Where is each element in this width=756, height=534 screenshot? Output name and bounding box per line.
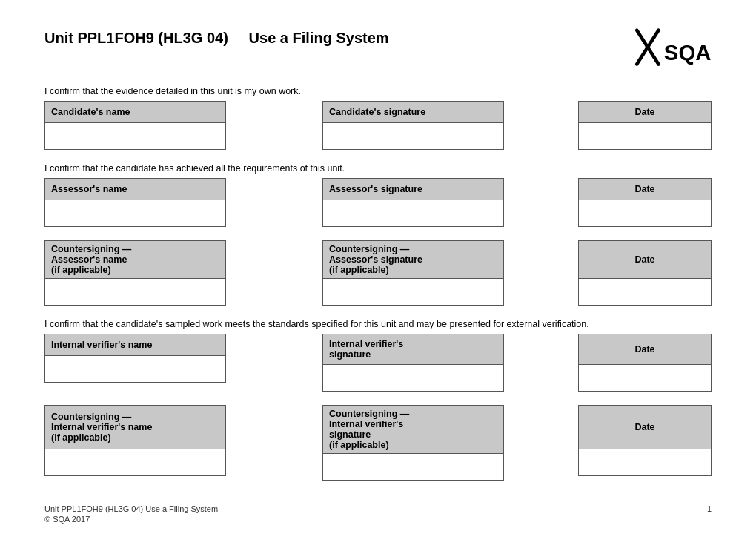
- candidate-name-input[interactable]: [44, 123, 226, 150]
- countersign-assessor-row: Countersigning — Assessor's name (if app…: [44, 240, 712, 306]
- candidate-sig-label: Candidate's signature: [322, 101, 504, 123]
- verifier-confirm-text: I confirm that the candidate's sampled w…: [44, 319, 712, 329]
- assessor-form-row: Assessor's name Assessor's signature Dat…: [44, 178, 712, 227]
- countersign-verifier-sig-label: Countersigning — Internal verifier's sig…: [322, 405, 504, 454]
- svg-text:SQA: SQA: [664, 40, 712, 65]
- countersign-verifier-date-input[interactable]: [578, 449, 712, 476]
- assessor-sig-input[interactable]: [322, 200, 504, 227]
- verifier-sig-label: Internal verifier's signature: [322, 334, 504, 365]
- assessor-name-col: Assessor's name: [44, 178, 226, 227]
- countersign-assessor-name-col: Countersigning — Assessor's name (if app…: [44, 240, 226, 306]
- footer-unit-line: Unit PPL1FOH9 (HL3G 04) Use a Filing Sys…: [44, 504, 218, 513]
- assessor-sig-label: Assessor's signature: [322, 178, 504, 200]
- verifier-date-label: Date: [578, 334, 712, 365]
- candidate-name-col: Candidate's name: [44, 101, 226, 150]
- assessor-date-col: Date: [578, 178, 712, 227]
- countersign-assessor-sig-col: Countersigning — Assessor's signature (i…: [322, 240, 504, 306]
- countersign-verifier-date-col: Date: [578, 405, 712, 476]
- sqa-logo: SQA: [630, 22, 712, 74]
- countersign-verifier-row: Countersigning — Internal verifier's nam…: [44, 405, 712, 481]
- verifier-sig-col: Internal verifier's signature: [322, 334, 504, 392]
- countersign-verifier-name-col: Countersigning — Internal verifier's nam…: [44, 405, 226, 476]
- countersign-verifier-date-label: Date: [578, 405, 712, 449]
- page: Unit PPL1FOH9 (HL3G 04) Use a Filing Sys…: [0, 0, 756, 534]
- assessor-date-input[interactable]: [578, 200, 712, 227]
- footer-left: Unit PPL1FOH9 (HL3G 04) Use a Filing Sys…: [44, 504, 218, 524]
- countersign-assessor-sig-input[interactable]: [322, 279, 504, 306]
- assessor-date-label: Date: [578, 178, 712, 200]
- candidate-date-label: Date: [578, 101, 712, 123]
- candidate-name-label: Candidate's name: [44, 101, 226, 123]
- verifier-date-col: Date: [578, 334, 712, 392]
- countersign-assessor-sig-label: Countersigning — Assessor's signature (i…: [322, 240, 504, 279]
- countersign-assessor-date-label: Date: [578, 240, 712, 279]
- assessor-name-label: Assessor's name: [44, 178, 226, 200]
- verifier-name-input[interactable]: [44, 356, 226, 383]
- candidate-sig-input[interactable]: [322, 123, 504, 150]
- assessor-section: I confirm that the candidate has achieve…: [44, 163, 712, 306]
- countersign-verifier-name-input[interactable]: [44, 449, 226, 476]
- footer-copyright: © SQA 2017: [44, 515, 218, 524]
- candidate-form-row: Candidate's name Candidate's signature D…: [44, 101, 712, 150]
- verifier-section: I confirm that the candidate's sampled w…: [44, 319, 712, 481]
- countersign-assessor-name-label: Countersigning — Assessor's name (if app…: [44, 240, 226, 279]
- header: Unit PPL1FOH9 (HL3G 04) Use a Filing Sys…: [44, 22, 712, 74]
- verifier-sig-input[interactable]: [322, 365, 504, 392]
- unit-code: Unit PPL1FOH9 (HL3G 04): [44, 30, 228, 46]
- assessor-confirm-text: I confirm that the candidate has achieve…: [44, 163, 712, 174]
- countersign-verifier-sig-col: Countersigning — Internal verifier's sig…: [322, 405, 504, 481]
- footer: Unit PPL1FOH9 (HL3G 04) Use a Filing Sys…: [44, 501, 712, 524]
- verifier-name-label: Internal verifier's name: [44, 334, 226, 356]
- verifier-name-col: Internal verifier's name: [44, 334, 226, 383]
- candidate-sig-col: Candidate's signature: [322, 101, 504, 150]
- sqa-logo-svg: SQA: [630, 24, 712, 73]
- assessor-sig-col: Assessor's signature: [322, 178, 504, 227]
- countersign-assessor-date-col: Date: [578, 240, 712, 306]
- countersign-assessor-date-input[interactable]: [578, 279, 712, 306]
- candidate-date-col: Date: [578, 101, 712, 150]
- assessor-name-input[interactable]: [44, 200, 226, 227]
- candidate-date-input[interactable]: [578, 123, 712, 150]
- countersign-verifier-sig-input[interactable]: [322, 454, 504, 481]
- countersign-assessor-name-input[interactable]: [44, 279, 226, 306]
- unit-name: Use a Filing System: [249, 30, 389, 46]
- candidate-section: I confirm that the evidence detailed in …: [44, 86, 712, 150]
- verifier-form-row: Internal verifier's name Internal verifi…: [44, 334, 712, 392]
- candidate-confirm-text: I confirm that the evidence detailed in …: [44, 86, 712, 96]
- footer-page: 1: [707, 504, 712, 524]
- countersign-verifier-name-label: Countersigning — Internal verifier's nam…: [44, 405, 226, 449]
- verifier-date-input[interactable]: [578, 365, 712, 392]
- page-title: Unit PPL1FOH9 (HL3G 04) Use a Filing Sys…: [44, 30, 389, 47]
